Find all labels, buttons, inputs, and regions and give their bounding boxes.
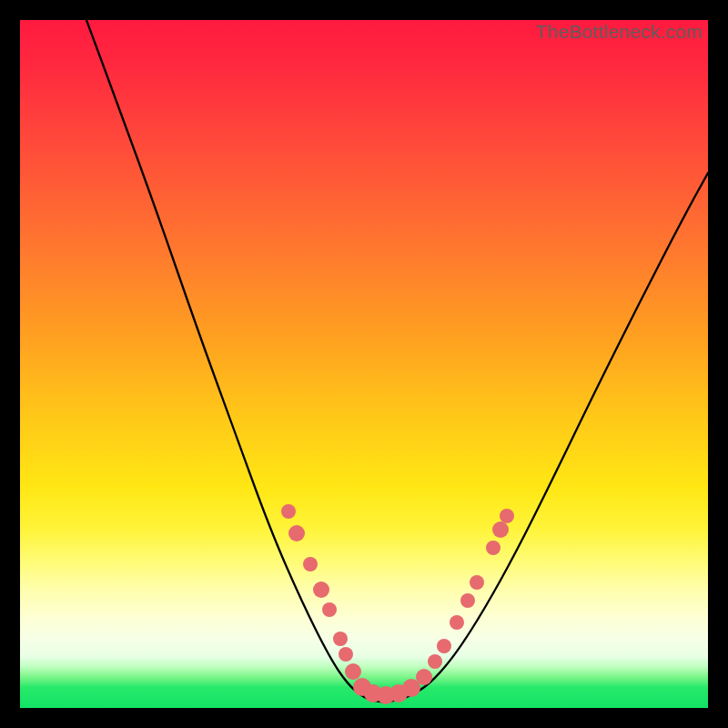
highlight-dot <box>313 581 329 598</box>
curve-svg <box>20 20 708 708</box>
highlight-dot <box>416 669 432 685</box>
highlight-dot <box>281 504 296 519</box>
highlight-dot <box>500 509 514 523</box>
highlight-dot <box>492 521 509 538</box>
marker-group <box>281 504 514 704</box>
plot-area: TheBottleneck.com <box>20 20 708 708</box>
highlight-dot <box>288 525 305 541</box>
highlight-dot <box>303 557 318 571</box>
highlight-dot <box>333 632 348 646</box>
highlight-dot <box>450 615 464 630</box>
highlight-dot <box>322 602 337 617</box>
highlight-dot <box>428 654 442 669</box>
highlight-dot <box>486 541 500 555</box>
chart-frame: TheBottleneck.com <box>0 0 728 728</box>
highlight-dot <box>339 647 353 662</box>
highlight-dot <box>345 663 361 680</box>
highlight-dot <box>470 575 484 590</box>
highlight-dot <box>437 639 451 653</box>
highlight-dot <box>460 593 475 608</box>
bottleneck-curve <box>86 20 708 702</box>
